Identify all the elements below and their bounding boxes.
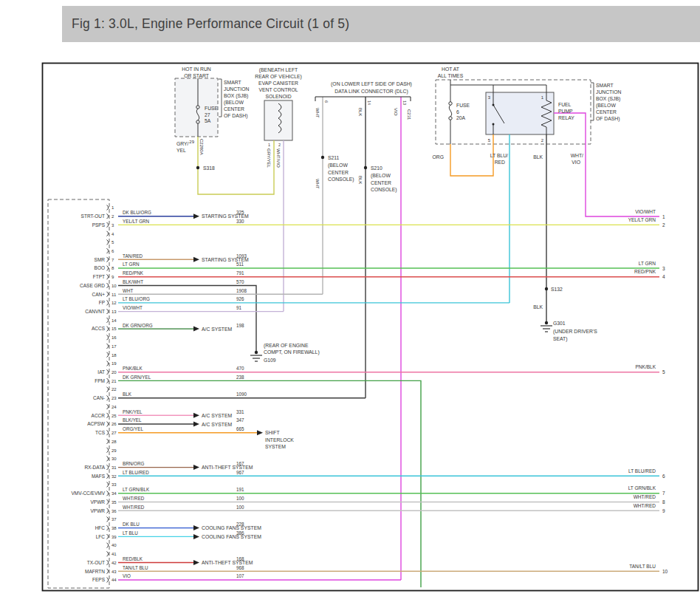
- label-hot-in-run: HOT IN RUN: [182, 66, 211, 72]
- pin-15-label: ACCS: [92, 326, 106, 331]
- pin-2-label: STRT-OUT: [81, 214, 105, 219]
- pin-27-label: TCS: [95, 430, 106, 435]
- pin-31-number: 31: [111, 465, 117, 470]
- splice-s211: [321, 156, 324, 159]
- pin-26-number: 26: [111, 422, 117, 426]
- label-c2280a: C2280A: [199, 139, 204, 155]
- pin-32-wire-color: LT BLU/RED: [123, 470, 149, 475]
- pin-44-wire-color: VIO: [123, 573, 131, 578]
- edge-number-8: 8: [662, 499, 665, 505]
- pin-2-wire-color: DK BLU/ORG: [123, 210, 151, 215]
- label-fuse: FUSE: [205, 106, 219, 111]
- dest-pin-15: A/C SYSTEM: [202, 327, 233, 332]
- pin-36-number: 36: [111, 509, 117, 513]
- label-box-sjb-: BOX (SJB): [224, 93, 248, 99]
- pin-12-number: 12: [111, 301, 117, 305]
- label-center: CENTER: [328, 170, 349, 175]
- pin-34-label: VMV-CC/EVMV: [71, 491, 105, 496]
- relay-contact-dot-top: [493, 104, 495, 106]
- label-blk: BLK: [358, 108, 363, 116]
- label-5a: 5A: [205, 118, 211, 123]
- label-fuel: FUEL: [558, 102, 572, 107]
- label-seat-: SEAT): [553, 336, 568, 342]
- label-wht: WHT: [315, 108, 320, 118]
- label-6: 6: [324, 100, 329, 103]
- dest-pin-38: COOLING FANS SYSTEM: [202, 525, 261, 530]
- pin-26-circuit: 347: [236, 417, 244, 423]
- pin-41-number: 41: [111, 552, 117, 556]
- fuel-pump-relay-box: [486, 92, 554, 134]
- pin-38-label: HFC: [95, 525, 106, 530]
- relay-contact-dot-bottom: [493, 123, 495, 126]
- pin-14-number: 14: [111, 318, 117, 323]
- pin-36-label: VPWR: [91, 508, 106, 513]
- pin-3-circuit: 330: [236, 219, 244, 224]
- label-console-: CONSOLE): [371, 187, 397, 193]
- pin-38-number: 38: [111, 526, 117, 530]
- pin-25-wire-color: PNK/YEL: [123, 409, 143, 414]
- pin-15-number: 15: [111, 327, 117, 331]
- edge-label-9: WHT/RED: [634, 503, 656, 508]
- wiring-diagram: 12STRT-OUTDK BLU/ORG325STARTING SYSTEM3P…: [0, 0, 700, 608]
- pin-20-number: 20: [111, 370, 117, 375]
- label-hot-at: HOT AT: [442, 66, 459, 72]
- label-29: 29: [189, 140, 194, 144]
- label-g109: G109: [264, 358, 276, 363]
- edge-number-6: 6: [662, 474, 665, 479]
- label-s132: S132: [551, 287, 563, 292]
- label-org: ORG: [433, 154, 444, 160]
- label-gry-: GRY/: [176, 141, 189, 146]
- label-evap-canister: EVAP CANISTER: [258, 81, 298, 86]
- pin-12-circuit: 926: [236, 296, 244, 301]
- label-compt-on-firewall-: COMPT, ON FIREWALL): [264, 349, 320, 355]
- pin-20-label: IAT: [97, 369, 105, 375]
- label-s211: S211: [328, 155, 340, 160]
- splice-s210: [364, 166, 367, 169]
- label-red: RED: [495, 160, 505, 165]
- pin-13-number: 13: [111, 310, 117, 314]
- label-vio: VIO: [394, 108, 398, 116]
- label-of-dash-: OF DASH): [224, 113, 247, 119]
- label-solenoid: SOLENOID: [265, 94, 291, 99]
- pin-23-circuit: 1090: [236, 392, 247, 397]
- pin-22-number: 22: [111, 387, 117, 392]
- splice-s132: [545, 287, 548, 290]
- label-rear-of-vehicle-: REAR OF VEHICLE): [255, 74, 301, 80]
- pin-42-wire-color: RED/BLK: [123, 556, 143, 561]
- pin-24-number: 24: [111, 405, 117, 409]
- edge-number-9: 9: [662, 508, 665, 513]
- edge-label-10: TAN/LT BLU: [629, 564, 656, 569]
- label--under-driver-s: (UNDER DRIVER'S: [553, 329, 597, 335]
- dest-pin-27-line0: SHIFT: [265, 430, 280, 435]
- edge-label-2: YEL/LT GRN: [628, 217, 656, 222]
- pin-21-label: FPM: [95, 378, 105, 383]
- pin-32-circuit: 967: [236, 470, 244, 475]
- pin-25-label: ACCR: [92, 413, 106, 418]
- pin-35-circuit: 100: [236, 496, 244, 501]
- label-g301: G301: [553, 321, 566, 326]
- pin-36-circuit: 100: [236, 505, 244, 510]
- pin-10-number: 10: [111, 284, 117, 288]
- label-blk: BLK: [533, 304, 543, 310]
- pin-26-wire-color: BLK/YEL: [123, 417, 142, 423]
- label--on-lower-left-side-of-dash-: (ON LOWER LEFT SIDE OF DASH): [331, 81, 412, 87]
- label-1: 1: [268, 143, 270, 147]
- pin-39-number: 39: [111, 535, 117, 539]
- pin-32-label: MAFS: [92, 474, 106, 479]
- label-6: 6: [456, 109, 459, 115]
- pin-7-label: SMR: [95, 257, 106, 262]
- label--below: (BELOW: [371, 173, 391, 179]
- pin-23-number: 23: [111, 396, 117, 400]
- pin-26-label: ACPSW: [87, 421, 106, 426]
- edge-number-5: 5: [662, 369, 665, 375]
- label-20a: 20A: [456, 115, 466, 120]
- label-wht: WHT: [315, 179, 320, 189]
- label-vio: VIO: [572, 160, 580, 165]
- label-vent-control: VENT CONTROL: [258, 87, 298, 92]
- pin-9-circuit: 791: [236, 270, 244, 276]
- pin-18-number: 18: [111, 353, 117, 358]
- dest-pin-39: COOLING FANS SYSTEM: [202, 534, 261, 539]
- pin-13-wire-color: VIO/WHT: [123, 305, 143, 310]
- label-s318: S318: [203, 165, 215, 171]
- pin-9-wire-color: RED/PNK: [123, 270, 144, 276]
